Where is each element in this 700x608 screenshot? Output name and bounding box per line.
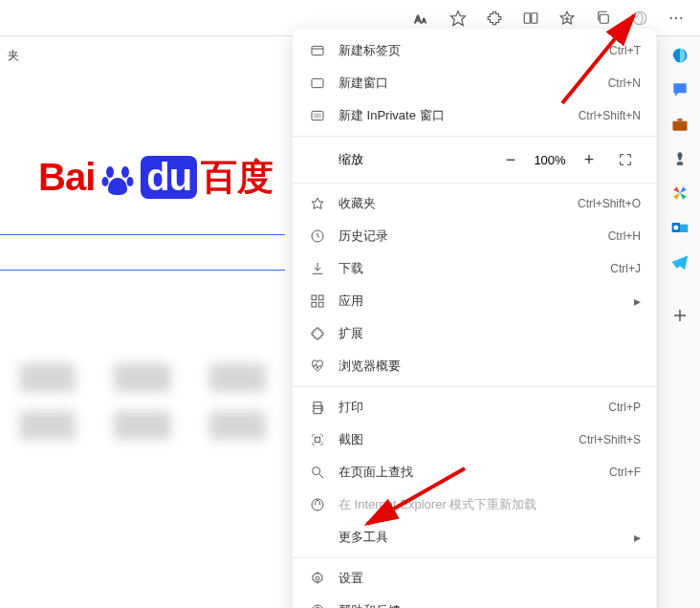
svg-rect-22 (312, 46, 323, 54)
svg-rect-26 (315, 114, 321, 118)
edge-main-menu: 新建标签页 Ctrl+T 新建窗口 Ctrl+N 新建 InPrivate 窗口… (293, 29, 656, 608)
extensions-button[interactable] (478, 4, 511, 33)
svg-marker-27 (312, 198, 323, 208)
svg-point-18 (106, 166, 114, 178)
svg-point-15 (673, 226, 678, 230)
new-tab-icon (308, 41, 327, 60)
svg-rect-34 (315, 437, 319, 442)
outlook-icon[interactable] (668, 216, 691, 239)
ie-icon (308, 495, 327, 514)
svg-text:A: A (415, 12, 422, 24)
downloads-icon (308, 259, 327, 278)
favorite-button[interactable] (442, 4, 474, 33)
svg-point-19 (121, 166, 129, 178)
menu-apps[interactable]: 应用 ▸ (293, 285, 656, 317)
favorites-icon (308, 194, 327, 213)
apps-icon (308, 292, 327, 311)
menu-divider (293, 557, 656, 558)
svg-point-38 (316, 576, 319, 580)
new-window-icon (308, 74, 327, 93)
heartbeat-icon (308, 357, 327, 376)
breadcrumb-fragment: 夹 (0, 44, 27, 68)
menu-new-tab[interactable]: 新建标签页 Ctrl+T (293, 34, 656, 67)
chess-icon[interactable] (668, 147, 691, 170)
right-sidebar (658, 36, 700, 608)
more-menu-button[interactable] (660, 4, 692, 33)
search-box-lines (0, 234, 285, 305)
svg-marker-2 (451, 11, 466, 25)
svg-point-10 (670, 16, 672, 18)
svg-point-35 (313, 467, 320, 475)
gear-icon (308, 569, 327, 588)
history-icon (308, 227, 327, 246)
menu-help-feedback[interactable]: 帮助和反馈 ▸ (293, 595, 656, 608)
menu-favorites[interactable]: 收藏夹 Ctrl+Shift+O (293, 187, 656, 220)
menu-new-window[interactable]: 新建窗口 Ctrl+N (293, 67, 656, 99)
baidu-du: du (141, 156, 197, 199)
svg-rect-31 (312, 302, 317, 307)
svg-rect-29 (312, 295, 317, 300)
search-icon (308, 463, 327, 482)
submenu-arrow-icon: ▸ (634, 293, 641, 309)
collections-button[interactable] (551, 4, 583, 33)
duplicate-tab-button[interactable] (587, 4, 620, 33)
menu-divider (293, 183, 656, 184)
menu-divider (293, 386, 656, 387)
menu-new-inprivate[interactable]: 新建 InPrivate 窗口 Ctrl+Shift+N (293, 99, 656, 132)
baidu-logo: Bai du 百度 (38, 153, 273, 202)
baidu-cn: 百度 (201, 153, 273, 202)
menu-find-on-page[interactable]: 在页面上查找 Ctrl+F (293, 456, 656, 489)
svg-rect-8 (600, 14, 608, 23)
zoom-value: 100% (526, 153, 574, 167)
telegram-icon[interactable] (668, 250, 691, 273)
menu-zoom-row: 缩放 − 100% + (293, 141, 656, 179)
briefcase-icon[interactable] (668, 113, 691, 136)
submenu-arrow-icon: ▸ (634, 603, 641, 608)
menu-divider (293, 136, 656, 137)
svg-point-20 (102, 177, 109, 186)
menu-screenshot[interactable]: 截图 Ctrl+Shift+S (293, 423, 656, 456)
menu-ie-reload: 在 Internet Explorer 模式下重新加载 (293, 489, 656, 521)
menu-more-tools[interactable]: 更多工具 ▸ (293, 521, 656, 554)
help-icon (308, 601, 327, 608)
svg-rect-32 (318, 302, 323, 307)
svg-rect-4 (532, 12, 537, 23)
pinwheel-icon[interactable] (668, 182, 691, 205)
inprivate-icon (308, 106, 327, 125)
svg-point-12 (680, 16, 682, 18)
svg-rect-30 (318, 295, 323, 300)
fullscreen-button[interactable] (610, 146, 641, 173)
copilot-icon[interactable] (668, 44, 691, 67)
screenshot-icon (308, 430, 327, 449)
svg-text:A: A (422, 16, 427, 23)
add-sidebar-icon[interactable] (668, 304, 691, 327)
menu-settings[interactable]: 设置 (293, 562, 656, 595)
svg-rect-3 (524, 12, 530, 23)
chat-icon[interactable] (668, 78, 691, 101)
extensions-icon (308, 324, 327, 343)
print-icon (308, 398, 327, 417)
menu-print[interactable]: 打印 Ctrl+P (293, 391, 656, 423)
menu-downloads[interactable]: 下载 Ctrl+J (293, 252, 656, 285)
svg-rect-33 (314, 408, 321, 413)
zoom-in-button[interactable]: + (574, 146, 604, 173)
zoom-out-button[interactable]: − (495, 146, 526, 173)
menu-extensions[interactable]: 扩展 (293, 317, 656, 350)
baidu-latin: Bai (38, 156, 95, 199)
svg-rect-13 (672, 121, 687, 131)
text-size-button[interactable]: AA (405, 4, 438, 33)
split-screen-button[interactable] (514, 4, 547, 33)
ie-mode-button[interactable] (623, 4, 656, 33)
svg-point-21 (127, 177, 134, 186)
menu-history[interactable]: 历史记录 Ctrl+H (293, 220, 656, 252)
paw-icon (98, 159, 137, 197)
submenu-arrow-icon: ▸ (634, 530, 641, 545)
menu-browser-essentials[interactable]: 浏览器概要 (293, 350, 656, 382)
svg-point-11 (675, 16, 677, 18)
svg-line-36 (319, 474, 323, 478)
blurred-tiles (0, 363, 285, 440)
svg-rect-24 (312, 78, 323, 87)
